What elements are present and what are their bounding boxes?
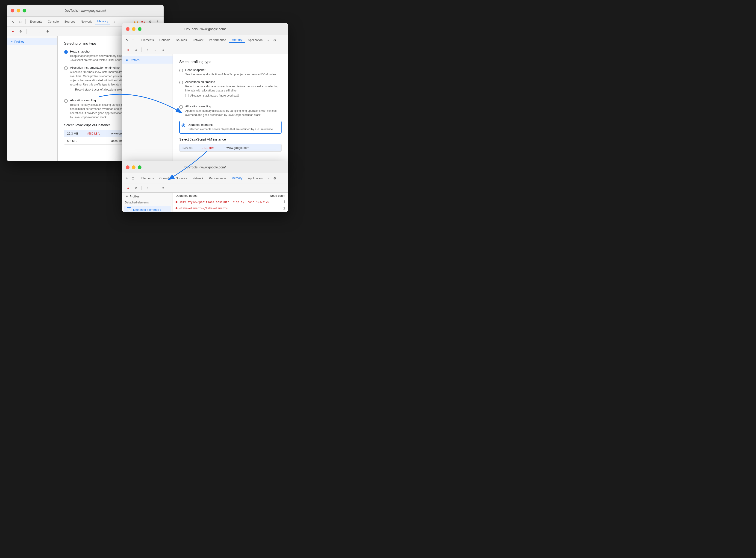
vm-rate-0-2: ↓3.1 kB/s xyxy=(202,146,223,150)
stop-icon-2[interactable]: ⊘ xyxy=(133,47,139,53)
radio-heap-input-1[interactable] xyxy=(64,50,68,54)
close-button-3[interactable] xyxy=(126,166,129,169)
detached-elements-highlight: Detached elements Detached elements show… xyxy=(179,121,282,134)
minimize-button-2[interactable] xyxy=(132,27,135,31)
tab-network-2[interactable]: Network xyxy=(190,37,206,43)
tab-application-2[interactable]: Application xyxy=(246,37,265,43)
window-title-1: DevTools - www.google.com/ xyxy=(65,9,106,12)
record-icon-2[interactable]: ● xyxy=(125,47,131,53)
record-icon-1[interactable]: ● xyxy=(10,28,16,34)
main-layout-2: ≡ Profiles Select profiling type Heap sn… xyxy=(122,54,288,168)
upload-icon-3[interactable]: ↑ xyxy=(144,185,150,191)
tab-memory-3[interactable]: Memory xyxy=(229,175,245,181)
more-icon-3[interactable]: ⋮ xyxy=(279,175,285,181)
tab-elements-2[interactable]: Elements xyxy=(139,37,156,43)
settings-icon-2[interactable]: ⚙ xyxy=(272,37,278,43)
detached-row-1: <fake-element></fake-element> 1 xyxy=(173,205,288,211)
tab-console-1[interactable]: Console xyxy=(45,19,61,24)
clear-icon-1[interactable]: ⊕ xyxy=(45,28,51,34)
radio-heap-input-2[interactable] xyxy=(179,69,183,72)
tab-console-3[interactable]: Console xyxy=(157,176,173,181)
detached-elements-profile-item[interactable]: 📄 Detached elements 1 xyxy=(124,206,171,212)
settings-icon-3[interactable]: ⚙ xyxy=(272,175,278,181)
maximize-button-2[interactable] xyxy=(138,27,142,31)
toolbar2-2: ● ⊘ ↑ ↓ ⊕ xyxy=(122,45,288,54)
detached-code-1: <fake-element></fake-element> xyxy=(179,207,228,210)
maximize-button-1[interactable] xyxy=(23,9,26,12)
title-bar-2: DevTools - www.google.com/ xyxy=(122,23,288,35)
radio-heap-2[interactable]: Heap snapshot See the memory distributio… xyxy=(179,68,282,76)
tab-memory-1[interactable]: Memory xyxy=(95,19,110,24)
vm-size-0-1: 22.3 MB xyxy=(67,132,83,135)
inspect-icon-3[interactable]: □ xyxy=(130,175,135,181)
title-bar-3: DevTools - www.google.com/ xyxy=(122,161,288,173)
tab-elements-1[interactable]: Elements xyxy=(27,19,45,24)
tab-application-3[interactable]: Application xyxy=(246,176,265,181)
main-toolbar-3: ↖ □ Elements Console Sources Network Per… xyxy=(122,173,288,183)
window-2: DevTools - www.google.com/ ↖ □ Elements … xyxy=(122,23,288,168)
sidebar-item-profiles-2[interactable]: ≡ Profiles xyxy=(122,56,173,64)
clear-icon-2[interactable]: ⊕ xyxy=(160,47,166,53)
clear-icon-3[interactable]: ⊕ xyxy=(160,185,166,191)
radio-alloc-sample-label-2: Allocation sampling xyxy=(185,105,282,108)
tab-sources-1[interactable]: Sources xyxy=(62,19,78,24)
traffic-lights-1 xyxy=(10,9,26,12)
radio-alloc-timeline-2[interactable]: Allocations on timeline Record memory al… xyxy=(179,80,282,101)
sidebar-2: ≡ Profiles xyxy=(122,54,173,168)
radio-alloc-sample-2[interactable]: Allocation sampling Approximate memory a… xyxy=(179,105,282,117)
expand-icon-1[interactable]: » xyxy=(111,19,118,25)
tab-memory-2[interactable]: Memory xyxy=(229,37,245,43)
tab-console-2[interactable]: Console xyxy=(157,37,173,43)
tab-elements-3[interactable]: Elements xyxy=(139,176,156,181)
content-2: Select profiling type Heap snapshot See … xyxy=(173,54,288,168)
sidebar-item-profiles-3[interactable]: ≡ Profiles xyxy=(122,193,173,200)
close-button-1[interactable] xyxy=(10,9,14,12)
radio-alloc-instr-input-1[interactable] xyxy=(64,66,68,70)
tab-performance-2[interactable]: Performance xyxy=(207,37,228,43)
minimize-button-1[interactable] xyxy=(17,9,20,12)
cursor-icon[interactable]: ↖ xyxy=(10,19,16,25)
tab-network-1[interactable]: Network xyxy=(79,19,94,24)
upload-icon-2[interactable]: ↑ xyxy=(144,47,150,53)
tab-performance-3[interactable]: Performance xyxy=(207,176,228,181)
toolbar-right-3: ⚙ ⋮ xyxy=(272,175,285,181)
close-button-2[interactable] xyxy=(126,27,129,31)
stop-icon-1[interactable]: ⊘ xyxy=(18,28,24,34)
radio-detached-input-2[interactable] xyxy=(182,124,185,127)
download-icon-2[interactable]: ↓ xyxy=(152,47,158,53)
more-icon-2[interactable]: ⋮ xyxy=(279,37,285,43)
minimize-button-3[interactable] xyxy=(132,166,135,169)
download-icon-1[interactable]: ↓ xyxy=(36,28,43,34)
checkbox-stack-traces-1[interactable] xyxy=(70,88,73,91)
cursor-icon-2[interactable]: ↖ xyxy=(125,37,129,43)
record-icon-3[interactable]: ● xyxy=(125,185,131,191)
checkbox-stack-traces-2[interactable] xyxy=(185,94,188,97)
traffic-lights-2 xyxy=(126,27,142,31)
vm-row-0-2[interactable]: 13.0 MB ↓3.1 kB/s www.google.com xyxy=(179,144,281,151)
inspect-icon[interactable]: □ xyxy=(17,19,24,25)
tab-network-3[interactable]: Network xyxy=(190,176,206,181)
dot-red-0 xyxy=(176,201,177,203)
tab-sources-3[interactable]: Sources xyxy=(174,176,189,181)
inspect-icon-2[interactable]: □ xyxy=(130,37,135,43)
stop-icon-3[interactable]: ⊘ xyxy=(133,185,139,191)
dot-red-1 xyxy=(176,207,177,209)
radio-detached-2[interactable]: Detached elements Detached elements show… xyxy=(180,122,281,133)
radio-alloc-timeline-input-2[interactable] xyxy=(179,81,183,84)
radio-heap-label-2: Heap snapshot xyxy=(185,68,276,72)
tab-sources-2[interactable]: Sources xyxy=(174,37,189,43)
sidebar-1: ≡ Profiles xyxy=(7,36,58,161)
download-icon-3[interactable]: ↓ xyxy=(152,185,158,191)
maximize-button-3[interactable] xyxy=(138,166,142,169)
cursor-icon-3[interactable]: ↖ xyxy=(125,175,129,181)
radio-alloc-sample-input-2[interactable] xyxy=(179,105,183,109)
sidebar-item-profiles-1[interactable]: ≡ Profiles xyxy=(7,38,57,45)
radio-alloc-sample-input-1[interactable] xyxy=(64,99,68,103)
toolbar-right-2: ⚙ ⋮ xyxy=(272,37,285,43)
expand-icon-2[interactable]: » xyxy=(266,37,271,43)
expand-icon-3[interactable]: » xyxy=(266,175,271,181)
radio-alloc-timeline-desc-2: Record memory allocations over time and … xyxy=(185,84,282,93)
section-title-2: Select profiling type xyxy=(179,60,282,64)
upload-icon-1[interactable]: ↑ xyxy=(29,28,35,34)
traffic-lights-3 xyxy=(126,166,142,169)
